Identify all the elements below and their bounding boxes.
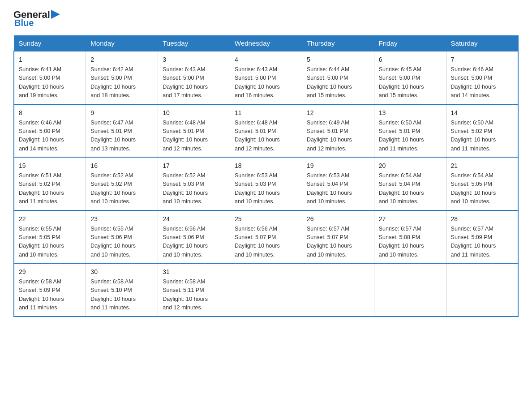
day-number: 6: [379, 55, 442, 64]
day-info: Sunrise: 6:44 AMSunset: 5:00 PMDaylight:…: [307, 65, 369, 100]
day-number: 26: [307, 214, 369, 224]
day-number: 27: [379, 214, 442, 224]
day-info: Sunrise: 6:46 AMSunset: 5:00 PMDaylight:…: [19, 119, 81, 154]
day-info: Sunrise: 6:53 AMSunset: 5:03 PMDaylight:…: [235, 171, 297, 206]
day-info: Sunrise: 6:57 AMSunset: 5:07 PMDaylight:…: [307, 225, 369, 260]
calendar-day-cell: 25Sunrise: 6:56 AMSunset: 5:07 PMDayligh…: [230, 210, 302, 264]
calendar-day-cell: 8Sunrise: 6:46 AMSunset: 5:00 PMDaylight…: [14, 104, 86, 158]
day-number: 13: [379, 108, 442, 118]
calendar-day-cell: 26Sunrise: 6:57 AMSunset: 5:07 PMDayligh…: [302, 210, 374, 264]
day-number: 7: [451, 55, 513, 64]
day-number: 19: [307, 161, 369, 171]
weekday-header-monday: Monday: [86, 36, 158, 51]
calendar-day-cell: 5Sunrise: 6:44 AMSunset: 5:00 PMDaylight…: [302, 51, 374, 104]
day-number: 28: [451, 214, 513, 224]
calendar-day-cell: 7Sunrise: 6:46 AMSunset: 5:00 PMDaylight…: [446, 51, 518, 104]
day-info: Sunrise: 6:43 AMSunset: 5:00 PMDaylight:…: [235, 65, 297, 100]
calendar-day-cell: 18Sunrise: 6:53 AMSunset: 5:03 PMDayligh…: [230, 157, 302, 210]
calendar-day-cell: 27Sunrise: 6:57 AMSunset: 5:08 PMDayligh…: [374, 210, 446, 264]
weekday-header-wednesday: Wednesday: [230, 36, 302, 51]
calendar-day-cell: 3Sunrise: 6:43 AMSunset: 5:00 PMDaylight…: [158, 51, 230, 104]
calendar-day-cell: 6Sunrise: 6:45 AMSunset: 5:00 PMDaylight…: [374, 51, 446, 104]
calendar-day-cell: [374, 263, 446, 317]
day-info: Sunrise: 6:54 AMSunset: 5:05 PMDaylight:…: [451, 171, 513, 206]
day-number: 3: [163, 55, 225, 64]
calendar-day-cell: 24Sunrise: 6:56 AMSunset: 5:06 PMDayligh…: [158, 210, 230, 264]
day-info: Sunrise: 6:42 AMSunset: 5:00 PMDaylight:…: [90, 65, 153, 100]
weekday-header-tuesday: Tuesday: [158, 36, 230, 51]
day-number: 17: [163, 161, 225, 171]
day-info: Sunrise: 6:55 AMSunset: 5:05 PMDaylight:…: [19, 225, 81, 260]
day-number: 24: [163, 214, 225, 224]
logo-blue: Blue: [14, 18, 34, 28]
calendar-day-cell: 9Sunrise: 6:47 AMSunset: 5:01 PMDaylight…: [86, 104, 158, 158]
day-info: Sunrise: 6:41 AMSunset: 5:00 PMDaylight:…: [19, 65, 81, 100]
calendar-day-cell: 28Sunrise: 6:57 AMSunset: 5:09 PMDayligh…: [446, 210, 518, 264]
day-number: 9: [90, 108, 153, 118]
day-number: 8: [19, 108, 81, 118]
calendar-day-cell: 29Sunrise: 6:58 AMSunset: 5:09 PMDayligh…: [14, 263, 86, 317]
logo: General Blue: [13, 9, 62, 28]
day-number: 20: [379, 161, 442, 171]
day-number: 29: [19, 267, 81, 277]
day-info: Sunrise: 6:55 AMSunset: 5:06 PMDaylight:…: [90, 225, 153, 260]
day-info: Sunrise: 6:50 AMSunset: 5:02 PMDaylight:…: [451, 119, 513, 154]
calendar-day-cell: [230, 263, 302, 317]
calendar-day-cell: 16Sunrise: 6:52 AMSunset: 5:02 PMDayligh…: [86, 157, 158, 210]
day-number: 12: [307, 108, 369, 118]
calendar-day-cell: 1Sunrise: 6:41 AMSunset: 5:00 PMDaylight…: [14, 51, 86, 104]
calendar-day-cell: 19Sunrise: 6:53 AMSunset: 5:04 PMDayligh…: [302, 157, 374, 210]
day-info: Sunrise: 6:58 AMSunset: 5:11 PMDaylight:…: [163, 278, 225, 313]
day-info: Sunrise: 6:52 AMSunset: 5:03 PMDaylight:…: [163, 171, 225, 206]
day-info: Sunrise: 6:57 AMSunset: 5:08 PMDaylight:…: [379, 225, 442, 260]
calendar-day-cell: 21Sunrise: 6:54 AMSunset: 5:05 PMDayligh…: [446, 157, 518, 210]
day-info: Sunrise: 6:48 AMSunset: 5:01 PMDaylight:…: [163, 119, 225, 154]
calendar-day-cell: 23Sunrise: 6:55 AMSunset: 5:06 PMDayligh…: [86, 210, 158, 264]
day-info: Sunrise: 6:45 AMSunset: 5:00 PMDaylight:…: [379, 65, 442, 100]
day-info: Sunrise: 6:47 AMSunset: 5:01 PMDaylight:…: [90, 119, 153, 154]
day-number: 14: [451, 108, 513, 118]
day-info: Sunrise: 6:43 AMSunset: 5:00 PMDaylight:…: [163, 65, 225, 100]
calendar-day-cell: 17Sunrise: 6:52 AMSunset: 5:03 PMDayligh…: [158, 157, 230, 210]
day-number: 16: [90, 161, 153, 171]
calendar-day-cell: 14Sunrise: 6:50 AMSunset: 5:02 PMDayligh…: [446, 104, 518, 158]
day-number: 18: [235, 161, 297, 171]
day-info: Sunrise: 6:48 AMSunset: 5:01 PMDaylight:…: [235, 119, 297, 154]
day-info: Sunrise: 6:46 AMSunset: 5:00 PMDaylight:…: [451, 65, 513, 100]
svg-marker-0: [51, 10, 60, 19]
day-number: 25: [235, 214, 297, 224]
weekday-header-saturday: Saturday: [446, 36, 518, 51]
calendar-day-cell: 13Sunrise: 6:50 AMSunset: 5:01 PMDayligh…: [374, 104, 446, 158]
calendar-week-row: 1Sunrise: 6:41 AMSunset: 5:00 PMDaylight…: [14, 51, 518, 104]
day-number: 31: [163, 267, 225, 277]
calendar-day-cell: 20Sunrise: 6:54 AMSunset: 5:04 PMDayligh…: [374, 157, 446, 210]
day-info: Sunrise: 6:56 AMSunset: 5:06 PMDaylight:…: [163, 225, 225, 260]
calendar-day-cell: 11Sunrise: 6:48 AMSunset: 5:01 PMDayligh…: [230, 104, 302, 158]
calendar-day-cell: 4Sunrise: 6:43 AMSunset: 5:00 PMDaylight…: [230, 51, 302, 104]
weekday-header-friday: Friday: [374, 36, 446, 51]
calendar-day-cell: 2Sunrise: 6:42 AMSunset: 5:00 PMDaylight…: [86, 51, 158, 104]
day-info: Sunrise: 6:57 AMSunset: 5:09 PMDaylight:…: [451, 225, 513, 260]
day-number: 10: [163, 108, 225, 118]
day-number: 30: [90, 267, 153, 277]
calendar-week-row: 8Sunrise: 6:46 AMSunset: 5:00 PMDaylight…: [14, 104, 518, 158]
day-number: 22: [19, 214, 81, 224]
day-number: 23: [90, 214, 153, 224]
calendar-day-cell: 15Sunrise: 6:51 AMSunset: 5:02 PMDayligh…: [14, 157, 86, 210]
calendar-day-cell: 10Sunrise: 6:48 AMSunset: 5:01 PMDayligh…: [158, 104, 230, 158]
day-info: Sunrise: 6:52 AMSunset: 5:02 PMDaylight:…: [90, 171, 153, 206]
day-number: 15: [19, 161, 81, 171]
day-info: Sunrise: 6:54 AMSunset: 5:04 PMDaylight:…: [379, 171, 442, 206]
calendar-day-cell: 22Sunrise: 6:55 AMSunset: 5:05 PMDayligh…: [14, 210, 86, 264]
weekday-header-row: SundayMondayTuesdayWednesdayThursdayFrid…: [14, 36, 518, 51]
day-number: 2: [90, 55, 153, 64]
calendar-day-cell: [302, 263, 374, 317]
calendar-day-cell: [446, 263, 518, 317]
day-info: Sunrise: 6:51 AMSunset: 5:02 PMDaylight:…: [19, 171, 81, 206]
calendar-table: SundayMondayTuesdayWednesdayThursdayFrid…: [13, 35, 519, 317]
day-number: 21: [451, 161, 513, 171]
day-number: 11: [235, 108, 297, 118]
weekday-header-sunday: Sunday: [14, 36, 86, 51]
day-info: Sunrise: 6:56 AMSunset: 5:07 PMDaylight:…: [235, 225, 297, 260]
day-number: 1: [19, 55, 81, 64]
